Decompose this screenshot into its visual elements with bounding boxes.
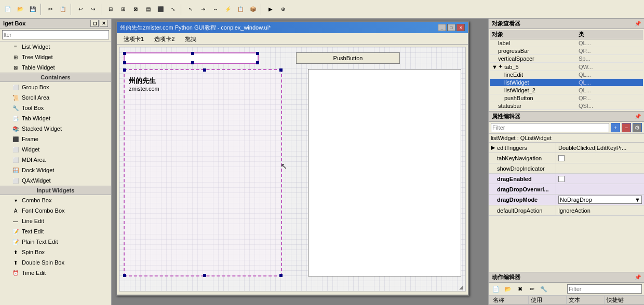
- obj-expand-tab5[interactable]: ▼: [492, 64, 498, 70]
- action-delete-btn[interactable]: ✖: [515, 284, 525, 294]
- wb-item-tree-widget[interactable]: ⊞ Tree Widget: [0, 52, 111, 62]
- design-area: 州的先生zmister.com Python GUI教程 - conplex_w…: [112, 19, 488, 305]
- wb-item-spin-box[interactable]: ⬆ Spin Box: [0, 247, 111, 257]
- redo-btn[interactable]: ↪: [87, 4, 99, 15]
- wb-item-group-box[interactable]: ⬜ Group Box: [0, 82, 111, 92]
- wb-item-table-widget[interactable]: ⊠ Table Widget: [0, 62, 111, 73]
- expand-edittriggers[interactable]: ▶: [491, 144, 497, 151]
- main-toolbar: 📄 📂 💾 ✂ 📋 ↩ ↪ ⊟ ⊞ ⊠ ▤ ⬛ ⤡ ↖ ⇥ ↔ ⚡ 📋 📦 ▶ …: [0, 0, 644, 19]
- wb-item-plain-text-edit[interactable]: 📝 Plain Text Edit: [0, 237, 111, 247]
- prop-editor-pin[interactable]: 📌: [635, 114, 641, 119]
- layout-form-btn[interactable]: ▤: [142, 4, 154, 15]
- action-col-shortcut: 快捷键: [605, 296, 642, 304]
- prop-row-showdropindicator: showDropIndicator: [489, 163, 644, 174]
- obj-row-lineedit[interactable]: lineEdit QL...: [490, 71, 643, 79]
- prop-value-dragdropmode[interactable]: NoDragDrop ▼: [556, 195, 644, 205]
- obj-row-listwidget2[interactable]: listWidget_2 QL...: [490, 87, 643, 94]
- obj-row-label[interactable]: label QL...: [490, 39, 643, 47]
- qt-menu-tab1[interactable]: 选项卡1: [119, 34, 149, 43]
- wb-item-qax-widget[interactable]: ⬜ QAxWidget: [0, 175, 111, 186]
- layout-h-btn[interactable]: ⊟: [105, 4, 116, 15]
- obj-row-statusbar[interactable]: statusbar QSt...: [490, 102, 643, 110]
- tab-order-btn[interactable]: ⇥: [197, 4, 209, 15]
- obj-row-tab5[interactable]: ▼ ✦ tab_5 QW...: [490, 63, 643, 71]
- resize-grip[interactable]: ◢: [459, 284, 463, 290]
- qt-menu-tab3[interactable]: 拖拽: [180, 34, 201, 43]
- signal-slot-btn[interactable]: ⚡: [222, 4, 234, 15]
- tree-widget-icon: ⊞: [11, 53, 20, 61]
- wb-item-scroll-area[interactable]: 📜 Scroll Area: [0, 92, 111, 103]
- obj-row-progressbar[interactable]: progressBar QP...: [490, 47, 643, 55]
- undo-btn[interactable]: ↩: [75, 4, 86, 15]
- dragdropmode-dropdown[interactable]: NoDragDrop ▼: [558, 196, 642, 204]
- pointer-btn[interactable]: ↖: [185, 4, 196, 15]
- prop-value-showdropindicator: [556, 163, 644, 173]
- handle-tl: [123, 52, 126, 55]
- break-layout-btn[interactable]: ⬛: [155, 4, 166, 15]
- action-editor-pin[interactable]: 📌: [635, 274, 641, 280]
- action-editor: 动作编辑器 📌 📄 📂 ✖ ✏ 🔧 名称 使用 文本 快捷键: [489, 272, 644, 305]
- preview2-btn[interactable]: ⊕: [277, 4, 289, 15]
- resource-editor-btn[interactable]: 📦: [247, 4, 259, 15]
- qt-maximize-btn[interactable]: □: [447, 24, 455, 31]
- action-settings-btn[interactable]: 🔧: [539, 284, 549, 294]
- design-canvas[interactable]: PushButton 州的先生 zmister.com: [119, 47, 466, 292]
- layout-grid-btn[interactable]: ⊠: [130, 4, 141, 15]
- wb-item-label: Widget: [22, 146, 39, 152]
- design-listwidget2[interactable]: [308, 69, 461, 276]
- prop-add-btn[interactable]: +: [611, 123, 620, 132]
- wb-item-widget[interactable]: ⬜ Widget: [0, 144, 111, 155]
- buddy-btn[interactable]: ↔: [210, 4, 221, 15]
- wb-item-combo-box[interactable]: ▾ Combo Box: [0, 195, 111, 205]
- action-filter-input[interactable]: [567, 284, 642, 294]
- qt-menu-tab2[interactable]: 选项卡2: [150, 34, 179, 43]
- obj-name-tab5: tab_5: [504, 64, 579, 70]
- obj-inspector-pin[interactable]: 📌: [635, 21, 641, 26]
- prop-options-btn[interactable]: ⚙: [633, 123, 642, 132]
- action-open-btn[interactable]: 📂: [503, 284, 513, 294]
- checkbox-tabkeynavigation[interactable]: [558, 155, 565, 161]
- wb-item-list-widget[interactable]: ≡ List Widget: [0, 41, 111, 52]
- wb-item-stacked-widget[interactable]: 📚 Stacked Widget: [0, 123, 111, 134]
- wb-item-tool-box[interactable]: 🔧 Tool Box: [0, 103, 111, 113]
- qt-minimize-btn[interactable]: _: [438, 24, 446, 31]
- wb-item-tab-widget[interactable]: 📑 Tab Widget: [0, 113, 111, 123]
- wb-item-text-edit[interactable]: 📝 Text Edit: [0, 226, 111, 237]
- wb-item-font-combo-box[interactable]: A Font Combo Box: [0, 205, 111, 216]
- obj-tree: 对象 类 label QL... progressBar QP... verti…: [489, 29, 644, 111]
- action-editor-title: 动作编辑器 📌: [489, 272, 644, 283]
- save-btn[interactable]: 💾: [27, 4, 38, 15]
- wb-item-dock-widget[interactable]: 🪟 Dock Widget: [0, 165, 111, 175]
- wb-item-label: MDI Area: [22, 157, 46, 163]
- wb-item-frame[interactable]: ⬛ Frame: [0, 134, 111, 144]
- obj-row-vspacer[interactable]: verticalSpacer Sp...: [490, 55, 643, 63]
- design-groupbox[interactable]: 州的先生 zmister.com: [124, 69, 282, 276]
- copy-btn[interactable]: 📋: [57, 4, 69, 15]
- wb-item-time-edit[interactable]: ⏰ Time Edit: [0, 268, 111, 278]
- wb-item-double-spin-box[interactable]: ⬆ Double Spin Box: [0, 257, 111, 268]
- obj-name-statusbar: statusbar: [498, 103, 579, 109]
- action-new-btn[interactable]: 📄: [491, 284, 501, 294]
- prop-remove-btn[interactable]: −: [622, 123, 631, 132]
- obj-row-listwidget[interactable]: listWidget QL...: [490, 79, 643, 87]
- open-btn[interactable]: 📂: [15, 4, 26, 15]
- preview-btn[interactable]: ▶: [265, 4, 276, 15]
- obj-row-pushbutton[interactable]: pushButton QP...: [490, 94, 643, 102]
- new-btn[interactable]: 📄: [2, 4, 14, 15]
- adjust-size-btn[interactable]: ⤡: [167, 4, 179, 15]
- wb-filter-input[interactable]: [2, 30, 109, 39]
- obj-col-class-header: 类: [579, 31, 641, 38]
- qt-close-btn[interactable]: ✕: [457, 24, 465, 31]
- prop-filter-input[interactable]: [491, 123, 609, 132]
- layout-v-btn[interactable]: ⊞: [117, 4, 129, 15]
- design-pushbutton[interactable]: PushButton: [296, 52, 400, 64]
- widget-box-close-btn[interactable]: ✕: [100, 20, 108, 27]
- wb-item-line-edit[interactable]: — Line Edit: [0, 216, 111, 226]
- wb-item-mdi-area[interactable]: ⬜ MDI Area: [0, 155, 111, 165]
- action-editor-btn[interactable]: 📋: [235, 4, 246, 15]
- design-lineedit[interactable]: [124, 52, 259, 64]
- widget-box-float-btn[interactable]: ◻: [90, 20, 99, 27]
- cut-btn[interactable]: ✂: [45, 4, 56, 15]
- action-edit-btn[interactable]: ✏: [527, 284, 537, 294]
- checkbox-dragenabled[interactable]: [558, 176, 565, 182]
